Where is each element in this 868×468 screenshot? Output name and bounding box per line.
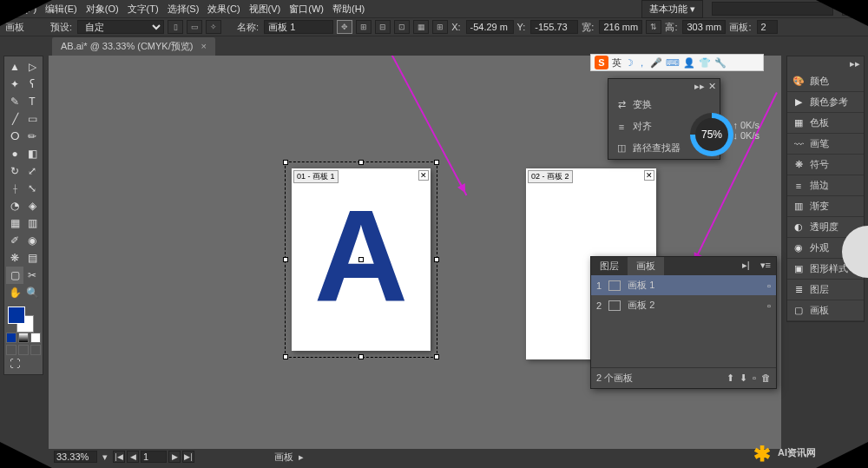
lasso-tool[interactable]: ʕ [23,76,41,93]
menu-window[interactable]: 窗口(W) [289,3,324,16]
brush-tool[interactable]: ⵔ [6,128,23,145]
name-input[interactable] [264,20,333,34]
ime-user-icon[interactable]: 👤 [683,57,695,69]
zoom-input[interactable] [54,451,97,463]
symbol-sprayer-tool[interactable]: ❋ [6,249,23,267]
preset-select[interactable]: 自定 [77,20,164,34]
blob-brush-tool[interactable]: ● [6,145,23,162]
mesh-tool[interactable]: ▦ [6,214,23,232]
ime-skin-icon[interactable]: 👕 [699,57,711,69]
dock-swatches[interactable]: ▦色板 [787,113,864,134]
hand-tool[interactable]: ✋ [6,284,23,301]
portrait-icon[interactable]: ▯ [168,20,183,34]
direct-selection-tool[interactable]: ▷ [23,58,41,76]
slice-tool[interactable]: ✂ [23,267,41,284]
artboard-2-close-icon[interactable]: ✕ [644,170,654,181]
delete-artboard-icon[interactable]: 🗑 [761,372,771,384]
dock-brushes[interactable]: 〰画笔 [787,134,864,155]
new-artboard-icon[interactable]: ▫ [753,372,756,384]
dock-color[interactable]: 🎨颜色 [787,71,864,92]
sogou-icon[interactable]: S [595,56,608,69]
transform-row[interactable]: ⇄变换 [608,94,720,115]
tab-artboards[interactable]: 画板 [628,257,664,275]
shape-builder-tool[interactable]: ◔ [6,197,23,214]
artboard-list-item-1[interactable]: 1 画板 1 ▫ [591,275,776,295]
y-input[interactable] [530,20,578,34]
gradient-tool[interactable]: ▥ [23,214,41,232]
dock-colorref[interactable]: ▶颜色参考 [787,92,864,113]
dock-symbols[interactable]: ❋符号 [787,155,864,175]
ime-comma-icon[interactable]: ， [637,56,647,69]
prev-icon[interactable]: ◀ [127,451,139,463]
tool-dropdown-icon[interactable]: ▸ [299,452,304,463]
move-down-icon[interactable]: ⬇ [740,372,747,384]
blend-tool[interactable]: ◉ [23,232,41,249]
scale-tool[interactable]: ⤢ [23,162,41,180]
color-mode-fill[interactable] [6,333,16,343]
h-input[interactable] [682,20,726,34]
rectangle-tool[interactable]: ▭ [23,110,41,128]
move-artwork-icon[interactable]: ✥ [337,20,352,34]
page-input[interactable] [141,451,167,463]
width-tool[interactable]: ⟊ [6,180,23,197]
opt3-icon[interactable]: ⊡ [394,20,410,34]
screen-mode-tool[interactable]: ⛶ [6,355,23,372]
menu-help[interactable]: 帮助(H) [332,3,365,16]
artboards-panel[interactable]: 图层 画板 ▸| ▾≡ 1 画板 1 ▫ 2 画板 2 ▫ 2 个画板 ⬆ ⬇ … [590,256,777,389]
color-mode-gradient[interactable] [18,333,29,343]
free-transform-tool[interactable]: ⤡ [23,180,41,197]
menu-select[interactable]: 选择(S) [168,3,200,16]
search-input[interactable] [712,2,833,16]
menu-type[interactable]: 文字(T) [128,3,159,16]
color-swatch[interactable] [6,305,41,331]
last-icon[interactable]: ▶| [182,451,194,463]
dock-expand-icon[interactable]: ▸▸ [850,58,860,69]
dock-layers[interactable]: ≣图层 [787,280,864,300]
panel-collapse-icon[interactable]: ▸▸ [694,81,705,92]
zoom-tool[interactable]: 🔍 [23,284,41,301]
w-input[interactable] [599,20,642,34]
magic-wand-tool[interactable]: ✦ [6,76,23,93]
link-wh-icon[interactable]: ⇅ [646,20,661,34]
artboard-options-icon[interactable]: ▫ [767,280,771,291]
selection-box[interactable] [285,161,437,358]
move-up-icon[interactable]: ⬆ [727,372,734,384]
ab-count-input[interactable] [757,20,778,34]
color-mode-none[interactable] [30,333,41,343]
dock-stroke[interactable]: ≡描边 [787,175,864,196]
dock-artboards[interactable]: ▢画板 [787,300,864,321]
opt4-icon[interactable]: ▦ [413,20,429,34]
draw-behind-icon[interactable] [18,345,29,355]
pencil-tool[interactable]: ✏ [23,128,41,145]
opt2-icon[interactable]: ⊟ [375,20,391,34]
first-icon[interactable]: |◀ [113,451,125,463]
opt1-icon[interactable]: ⊞ [356,20,372,34]
ime-moon-icon[interactable]: ☽ [625,57,634,69]
draw-inside-icon[interactable] [30,345,41,355]
ime-keyboard-icon[interactable]: ⌨ [666,57,680,69]
pen-tool[interactable]: ✎ [6,93,23,110]
dock-gradient[interactable]: ▥渐变 [787,196,864,217]
panel-close-icon[interactable]: ✕ [708,81,716,92]
menu-effect[interactable]: 效果(C) [207,3,240,16]
eraser-tool[interactable]: ◧ [23,145,41,162]
artboard-options-icon[interactable]: ▫ [767,300,771,311]
landscape-icon[interactable]: ▭ [187,20,202,34]
ime-mic-icon[interactable]: 🎤 [650,57,662,69]
draw-normal-icon[interactable] [6,345,16,355]
artboard-tool[interactable]: ▢ [6,267,23,284]
type-tool[interactable]: T [23,93,41,110]
menu-view[interactable]: 视图(V) [249,3,281,16]
rotate-tool[interactable]: ↻ [6,162,23,180]
x-input[interactable] [466,20,514,34]
ime-lang[interactable]: 英 [612,56,621,69]
panel-menu-icon[interactable]: ▸| [737,257,755,275]
new-artboard-icon[interactable]: ✧ [206,20,221,34]
next-icon[interactable]: ▶ [168,451,181,463]
ime-toolbar[interactable]: S 英 ☽ ， 🎤 ⌨ 👤 👕 🔧 [590,54,764,71]
document-tab[interactable]: AB.ai* @ 33.33% (CMYK/预览) × [52,37,215,56]
zoom-dropdown-icon[interactable]: ▾ [102,452,108,463]
graph-tool[interactable]: ▤ [23,249,41,267]
line-tool[interactable]: ╱ [6,110,23,128]
artboard-list-item-2[interactable]: 2 画板 2 ▫ [591,295,776,315]
